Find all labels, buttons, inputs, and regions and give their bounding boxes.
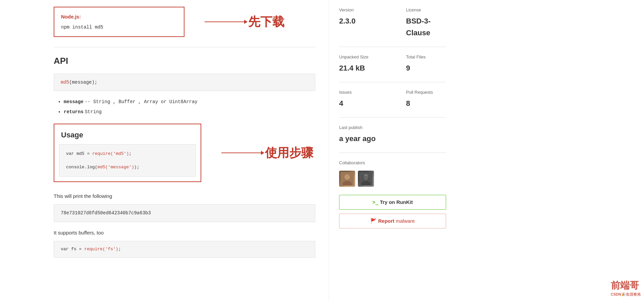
collaborators-avatars bbox=[339, 171, 446, 187]
usage-arrow-container: 使用步骤 bbox=[221, 143, 313, 163]
usage-box: Usage var md5 = require('md5'); console.… bbox=[54, 124, 201, 182]
usage-section: Usage var md5 = require('md5'); console.… bbox=[54, 124, 315, 182]
api-signature: md5(message); bbox=[54, 74, 315, 91]
sidebar-collaborators: Collaborators bbox=[339, 160, 446, 187]
last-publish-label: Last publish bbox=[339, 124, 446, 131]
watermark-text: 前端哥 bbox=[611, 278, 641, 293]
unpacked-size-value: 21.4 kB bbox=[339, 62, 379, 74]
pull-requests-value: 8 bbox=[406, 97, 446, 109]
runkit-button[interactable]: >_ Try on RunKit bbox=[339, 195, 446, 210]
svg-point-1 bbox=[344, 174, 350, 180]
last-publish-value: a year ago bbox=[339, 133, 446, 144]
issues-value: 4 bbox=[339, 97, 379, 109]
report-flag-icon: 🚩 bbox=[370, 218, 378, 224]
arrow-container: 先下载 bbox=[205, 12, 284, 32]
sidebar-divider-4 bbox=[339, 153, 446, 153]
report-bold-text: Report bbox=[378, 218, 394, 224]
supports-buffer-section: It supports buffers, too var fs = requir… bbox=[54, 229, 315, 258]
supports-code-var: var fs = bbox=[61, 247, 84, 252]
sidebar-unpacked-size: Unpacked Size 21.4 kB bbox=[339, 54, 379, 74]
supports-code-box: var fs = require('fs'); bbox=[54, 241, 315, 258]
sidebar-last-publish: Last publish a year ago bbox=[339, 124, 446, 144]
usage-arrow-line bbox=[221, 153, 262, 153]
license-value: BSD-3-Clause bbox=[406, 15, 446, 39]
sidebar-version: Version 2.3.0 bbox=[339, 7, 379, 39]
output-value: 78e731027d8fd50ed642340b7c9a63b3 bbox=[61, 210, 151, 216]
output-box: 78e731027d8fd50ed642340b7c9a63b3 bbox=[54, 204, 315, 222]
sidebar-row-issues-pr: Issues 4 Pull Requests 8 bbox=[339, 89, 446, 109]
sidebar-pull-requests: Pull Requests 8 bbox=[406, 89, 446, 109]
api-title: API bbox=[54, 54, 315, 68]
license-label: License bbox=[406, 7, 446, 14]
usage-code-block: var md5 = require('md5'); console.log(md… bbox=[59, 144, 196, 177]
sidebar-issues: Issues 4 bbox=[339, 89, 379, 109]
page-container: Node.js: npm install md5 先下载 API md5(mes… bbox=[0, 0, 644, 301]
param-message-desc: -- String , Buffer , Array or Uint8Array bbox=[85, 99, 198, 104]
sidebar-divider-1 bbox=[339, 47, 446, 47]
nodejs-label: Node.js: bbox=[61, 13, 177, 21]
total-files-value: 9 bbox=[406, 62, 446, 74]
install-command: npm install md5 bbox=[61, 24, 177, 31]
supports-code-require: require('fs') bbox=[84, 247, 118, 252]
usage-line1: var md5 = require('md5'); bbox=[66, 150, 189, 158]
main-content: Node.js: npm install md5 先下载 API md5(mes… bbox=[0, 0, 329, 301]
avatar-2 bbox=[358, 171, 374, 187]
install-box: Node.js: npm install md5 bbox=[54, 7, 184, 37]
param-message-name: message bbox=[64, 99, 84, 104]
sidebar-divider-3 bbox=[339, 117, 446, 118]
supports-code-semi: ; bbox=[118, 247, 121, 252]
report-rest-text: malware bbox=[394, 218, 415, 224]
section-divider-1 bbox=[54, 47, 315, 47]
runkit-try: Try on RunKit bbox=[380, 199, 413, 205]
param-returns-text: returns bbox=[64, 109, 84, 115]
issues-label: Issues bbox=[339, 89, 379, 96]
watermark-sub: CSDN🎉生活有光 bbox=[611, 292, 641, 298]
nodejs-section: Node.js: npm install md5 先下载 bbox=[54, 7, 315, 37]
arrow-line bbox=[205, 22, 245, 22]
sidebar-license: License BSD-3-Clause bbox=[406, 7, 446, 39]
collaborators-label: Collaborators bbox=[339, 160, 446, 167]
print-label: This will print the following bbox=[54, 192, 315, 200]
api-method-name: md5 bbox=[61, 80, 69, 85]
avatar-1 bbox=[339, 171, 355, 187]
nodejs-annotation: 先下载 bbox=[248, 12, 284, 32]
sidebar: Version 2.3.0 License BSD-3-Clause Unpac… bbox=[329, 0, 456, 301]
version-label: Version bbox=[339, 7, 379, 14]
sidebar-row-size-files: Unpacked Size 21.4 kB Total Files 9 bbox=[339, 54, 446, 74]
report-malware-button[interactable]: 🚩 Report malware bbox=[339, 214, 446, 228]
usage-title: Usage bbox=[54, 124, 201, 144]
runkit-icon: >_ bbox=[372, 199, 378, 205]
api-section: API md5(message); message -- String , Bu… bbox=[54, 54, 315, 116]
sidebar-total-files: Total Files 9 bbox=[406, 54, 446, 74]
params-list: message -- String , Buffer , Array or Ui… bbox=[54, 98, 315, 116]
pull-requests-label: Pull Requests bbox=[406, 89, 446, 96]
param-message: message -- String , Buffer , Array or Ui… bbox=[64, 98, 315, 105]
avatar-img-2 bbox=[358, 171, 374, 187]
version-value: 2.3.0 bbox=[339, 15, 379, 27]
unpacked-size-label: Unpacked Size bbox=[339, 54, 379, 61]
total-files-label: Total Files bbox=[406, 54, 446, 61]
sidebar-divider-2 bbox=[339, 82, 446, 82]
api-params-open: (message); bbox=[69, 80, 97, 85]
avatar-img-1 bbox=[339, 171, 355, 187]
param-returns: returns String bbox=[64, 108, 315, 116]
supports-label: It supports buffers, too bbox=[54, 229, 315, 237]
print-section: This will print the following 78e731027d… bbox=[54, 192, 315, 222]
usage-line2: console.log(md5('message')); bbox=[66, 163, 189, 171]
watermark: 前端哥 CSDN🎉生活有光 bbox=[611, 278, 641, 298]
svg-rect-6 bbox=[363, 175, 369, 179]
sidebar-row-version-license: Version 2.3.0 License BSD-3-Clause bbox=[339, 7, 446, 39]
usage-annotation: 使用步骤 bbox=[265, 143, 313, 163]
param-returns-type: String bbox=[85, 109, 102, 115]
